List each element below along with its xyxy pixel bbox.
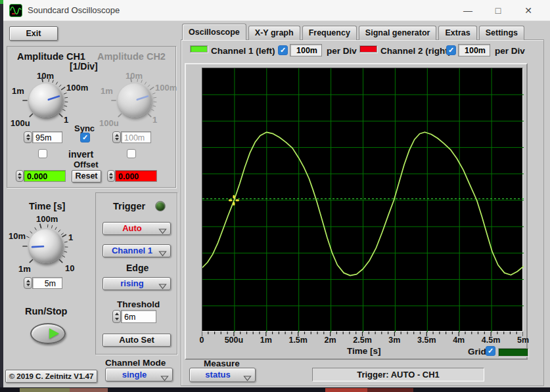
amplitude-ch1-title: Amplitude CH1	[17, 51, 85, 62]
trigger-edge-value: rising	[120, 278, 143, 290]
channel1-enable-checkbox[interactable]	[278, 45, 288, 55]
threshold-spinner[interactable]	[112, 310, 121, 323]
knob-scale-label: 1	[64, 115, 68, 125]
invert-ch1-checkbox[interactable]	[38, 149, 47, 158]
trigger-mode-value: Auto	[122, 223, 142, 234]
taskbar-item	[325, 388, 367, 392]
grid-checkbox[interactable]	[486, 346, 495, 356]
measure-dropdown[interactable]: status	[189, 368, 256, 382]
knob-scale-label: 1	[68, 232, 73, 242]
invert-ch2-checkbox[interactable]	[127, 149, 136, 158]
amplitude-ch1-spinner[interactable]	[24, 131, 32, 143]
amplitude-ch2-spinner[interactable]	[112, 131, 121, 143]
offset-ch2-spinner[interactable]	[107, 170, 115, 182]
edge-label: Edge	[126, 263, 149, 273]
sync-label: Sync	[74, 123, 95, 133]
knob-scale-label: 100m	[155, 83, 177, 93]
play-icon	[49, 328, 59, 339]
run-stop-button[interactable]	[30, 323, 66, 344]
x-tick-label: 2.5m	[353, 336, 372, 345]
measure-label: Measure	[204, 359, 240, 368]
offset-label: Offset	[74, 160, 99, 169]
screen: Soundcard Oscilloscope — □ ✕ Exit Amplit…	[0, 0, 550, 392]
grid-color-swatch[interactable]	[498, 348, 528, 357]
amplitude-ch2-value[interactable]: 100m	[121, 131, 151, 143]
tab-frequency[interactable]: Frequency	[302, 26, 357, 40]
knob-scale-label: 1m	[101, 86, 113, 96]
invert-label: invert	[68, 149, 93, 160]
knob-ball[interactable]	[29, 83, 63, 118]
channel-mode-dropdown[interactable]: single	[105, 368, 173, 381]
auto-set-button[interactable]: Auto Set	[103, 334, 171, 347]
tab-oscilloscope[interactable]: Oscilloscope	[182, 24, 246, 40]
offset-ch1-value[interactable]: 0.000	[24, 170, 66, 182]
channel2-enable-checkbox[interactable]	[446, 45, 456, 55]
knob-scale-label: 100u	[11, 118, 30, 128]
close-button[interactable]: ✕	[513, 0, 543, 21]
measure-value: status	[205, 368, 230, 381]
channel2-color-swatch	[359, 45, 377, 53]
minimize-button[interactable]: —	[453, 0, 483, 21]
chevron-down-icon	[158, 281, 167, 293]
threshold-value[interactable]: 6m	[121, 310, 156, 323]
taskbar-item	[20, 388, 70, 392]
knob-ball[interactable]	[118, 83, 152, 118]
knob-ball[interactable]	[29, 229, 63, 263]
amplitude-ch2-title: Amplitude CH2	[97, 51, 166, 62]
x-tick-label: 4m	[453, 336, 465, 345]
x-tick-label: 2m	[325, 336, 336, 345]
offset-reset-button[interactable]: Reset	[72, 170, 101, 183]
trigger-panel	[95, 192, 177, 355]
time-knob[interactable]: 100m 1 10m 10 1m	[11, 214, 89, 280]
knob-scale-label: 1m	[12, 86, 24, 96]
channel1-label: Channel 1 (left)	[211, 46, 275, 56]
channel-mode-value: single	[122, 368, 147, 381]
trigger-status-bar: Trigger: AUTO - CH1	[312, 368, 484, 381]
app-icon	[9, 4, 22, 17]
amplitude-ch1-value[interactable]: 95m	[32, 131, 62, 143]
chevron-down-icon	[243, 372, 252, 385]
sync-checkbox[interactable]	[80, 133, 90, 142]
knob-scale-label: 10m	[37, 71, 54, 81]
tab-settings[interactable]: Settings	[479, 26, 524, 40]
x-tick-label: 500u	[225, 336, 244, 345]
threshold-label: Threshold	[117, 299, 160, 309]
x-tick-label: 5m	[517, 336, 529, 345]
tab-signal-generator[interactable]: Signal generator	[359, 26, 437, 40]
per-div-label: per Div	[495, 46, 525, 56]
channel2-per-div-value[interactable]: 100m	[458, 44, 490, 56]
waveform-plot[interactable]	[202, 68, 523, 332]
maximize-button[interactable]: □	[483, 0, 513, 21]
exit-button[interactable]: Exit	[9, 26, 58, 41]
knob-scale-label: 10	[65, 263, 74, 273]
tab-xy-graph[interactable]: X-Y graph	[248, 26, 300, 40]
trigger-title: Trigger	[113, 201, 145, 211]
trigger-edge-dropdown[interactable]: rising	[103, 277, 171, 290]
time-value[interactable]: 5m	[32, 277, 62, 289]
x-tick-label: 1m	[260, 336, 272, 345]
titlebar: Soundcard Oscilloscope — □ ✕	[3, 0, 550, 21]
channel1-per-div-value[interactable]: 100m	[290, 44, 322, 56]
taskbar-item	[70, 388, 108, 392]
offset-ch2-value[interactable]: 0.000	[115, 170, 157, 182]
trigger-mode-dropdown[interactable]: Auto	[103, 222, 171, 235]
time-title: Time [s]	[29, 201, 65, 211]
per-div-label: per Div	[327, 46, 357, 56]
copyright-button[interactable]: © 2019 C. Zeitnitz V1.47	[5, 370, 97, 383]
x-tick-label: 3.5m	[417, 336, 436, 345]
taskbar-item	[367, 388, 413, 392]
chevron-down-icon	[160, 372, 169, 385]
time-spinner[interactable]	[24, 277, 32, 289]
x-axis-title: Time [s]	[347, 346, 381, 356]
x-tick-label: 1.5m	[288, 336, 308, 345]
trigger-source-dropdown[interactable]: Channel 1	[103, 244, 171, 257]
x-tick-label: 3m	[388, 336, 400, 345]
offset-ch1-spinner[interactable]	[16, 170, 24, 182]
amplitude-ch2-knob[interactable]: 10m 100m 1m 1 100u	[99, 68, 178, 134]
trigger-led	[155, 201, 166, 211]
grid-label: Grid	[468, 347, 486, 357]
tab-extras[interactable]: Extras	[438, 26, 476, 40]
knob-scale-label: 100u	[99, 118, 119, 128]
knob-scale-label: 10m	[126, 71, 143, 81]
channel2-label: Channel 2 (right)	[380, 46, 451, 56]
